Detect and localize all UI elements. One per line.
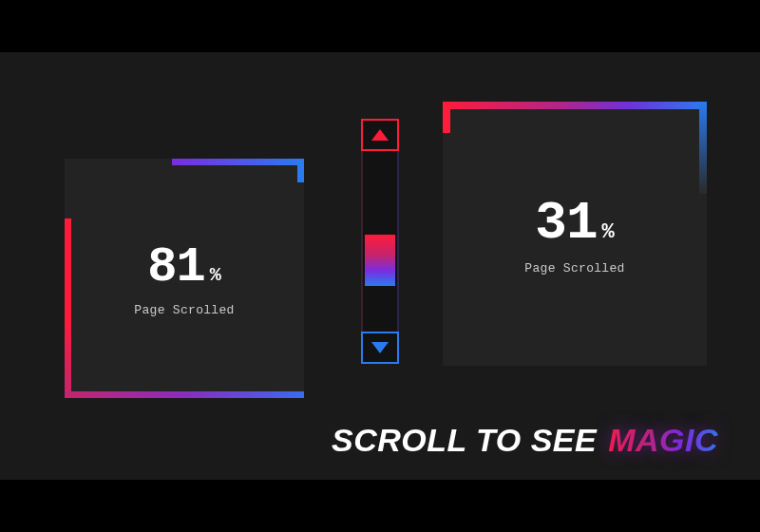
scroll-up-button[interactable]	[361, 119, 399, 151]
chevron-down-icon	[371, 342, 389, 353]
caption-prefix: SCROLL TO SEE	[332, 422, 597, 459]
percent-sign: %	[210, 264, 221, 286]
percent-line: 81 %	[147, 239, 220, 295]
custom-scrollbar[interactable]	[361, 119, 399, 364]
percent-value-left: 81	[147, 239, 204, 295]
scrollbar-track[interactable]	[361, 151, 399, 332]
stage: 81 % Page Scrolled 31	[0, 52, 760, 480]
percent-sign: %	[602, 220, 615, 244]
viewport: 81 % Page Scrolled 31	[0, 0, 760, 532]
caption: SCROLL TO SEE MAGIC	[332, 422, 718, 459]
percent-line: 31 %	[535, 193, 614, 254]
caption-highlight: MAGIC	[608, 422, 718, 459]
percent-value-right: 31	[535, 193, 597, 254]
scrollbar-thumb[interactable]	[365, 235, 395, 286]
percent-label-left: Page Scrolled	[134, 303, 234, 317]
progress-card-left: 81 % Page Scrolled	[65, 159, 304, 398]
chevron-up-icon	[371, 129, 389, 141]
progress-card-right: 31 % Page Scrolled	[443, 102, 707, 366]
percent-label-right: Page Scrolled	[524, 261, 624, 276]
scroll-down-button[interactable]	[361, 332, 399, 364]
